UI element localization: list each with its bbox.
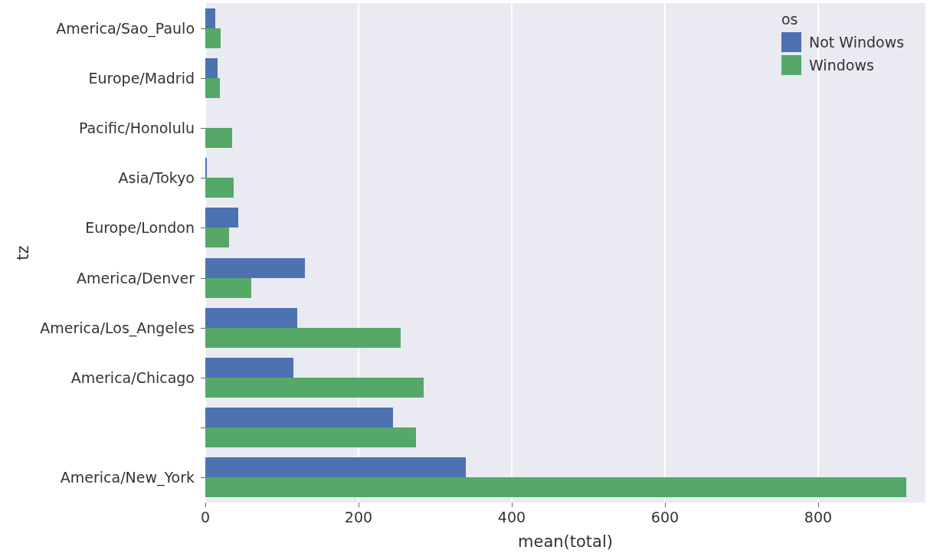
bar-not-windows bbox=[205, 457, 466, 477]
y-tick-label: America/New_York bbox=[0, 469, 195, 486]
legend-item-not-windows: Not Windows bbox=[781, 32, 927, 52]
y-tick-mark bbox=[201, 78, 205, 79]
gridline-v bbox=[664, 3, 666, 503]
bar-windows bbox=[205, 228, 229, 247]
bar-not-windows bbox=[205, 208, 238, 228]
bar-not-windows bbox=[205, 58, 218, 78]
legend-swatch-not-windows bbox=[781, 32, 801, 52]
x-tick-mark bbox=[359, 503, 359, 507]
y-tick-mark bbox=[201, 427, 205, 428]
x-tick-label: 0 bbox=[201, 509, 210, 526]
y-tick-label: America/Sao_Paulo bbox=[0, 20, 195, 37]
bar-windows bbox=[205, 328, 401, 348]
y-tick-label: America/Chicago bbox=[0, 369, 195, 386]
bar-not-windows bbox=[205, 408, 393, 427]
y-tick-label: Asia/Tokyo bbox=[0, 169, 195, 186]
x-tick-label: 600 bbox=[651, 509, 679, 526]
legend-label-not-windows: Not Windows bbox=[809, 34, 904, 51]
y-tick-label: Pacific/Honolulu bbox=[0, 120, 195, 136]
y-tick-mark bbox=[201, 28, 205, 29]
x-tick-label: 400 bbox=[498, 509, 526, 526]
y-tick-mark bbox=[201, 378, 205, 378]
plot-area bbox=[205, 3, 925, 503]
bar-not-windows bbox=[205, 358, 293, 378]
legend-title: os bbox=[781, 11, 927, 28]
gridline-v bbox=[511, 3, 513, 503]
x-tick-mark bbox=[205, 503, 206, 507]
bar-windows bbox=[205, 128, 232, 148]
bar-chart: tz mean(total) os Not Windows Windows Am… bbox=[0, 0, 940, 560]
y-tick-label: America/Los_Angeles bbox=[0, 319, 195, 336]
bar-windows bbox=[205, 427, 416, 447]
bar-not-windows bbox=[205, 258, 305, 278]
x-tick-label: 200 bbox=[345, 509, 372, 526]
x-tick-mark bbox=[665, 503, 666, 507]
y-tick-label: Europe/Madrid bbox=[0, 70, 195, 87]
y-axis-title-text: tz bbox=[14, 245, 32, 260]
bar-windows bbox=[205, 378, 424, 398]
y-tick-label: America/Denver bbox=[0, 270, 195, 287]
bar-not-windows bbox=[205, 8, 215, 28]
y-tick-label: Europe/London bbox=[0, 219, 195, 236]
x-axis-title: mean(total) bbox=[205, 532, 925, 551]
bar-windows bbox=[205, 477, 906, 497]
x-tick-label: 800 bbox=[804, 509, 832, 526]
y-tick-mark bbox=[201, 128, 205, 129]
y-tick-mark bbox=[201, 278, 205, 279]
y-tick-mark bbox=[201, 228, 205, 228]
gridline-v bbox=[817, 3, 819, 503]
bar-not-windows bbox=[205, 158, 207, 178]
legend: os Not Windows Windows bbox=[781, 11, 927, 75]
legend-item-windows: Windows bbox=[781, 55, 927, 75]
legend-label-windows: Windows bbox=[809, 57, 874, 74]
bar-windows bbox=[205, 78, 220, 98]
y-tick-mark bbox=[201, 477, 205, 478]
bar-windows bbox=[205, 278, 251, 298]
bar-windows bbox=[205, 28, 221, 48]
bar-windows bbox=[205, 178, 234, 198]
y-tick-mark bbox=[201, 178, 205, 178]
bar-not-windows bbox=[205, 308, 297, 328]
legend-swatch-windows bbox=[781, 55, 801, 75]
x-tick-mark bbox=[512, 503, 513, 507]
x-tick-mark bbox=[818, 503, 819, 507]
y-tick-mark bbox=[201, 328, 205, 329]
